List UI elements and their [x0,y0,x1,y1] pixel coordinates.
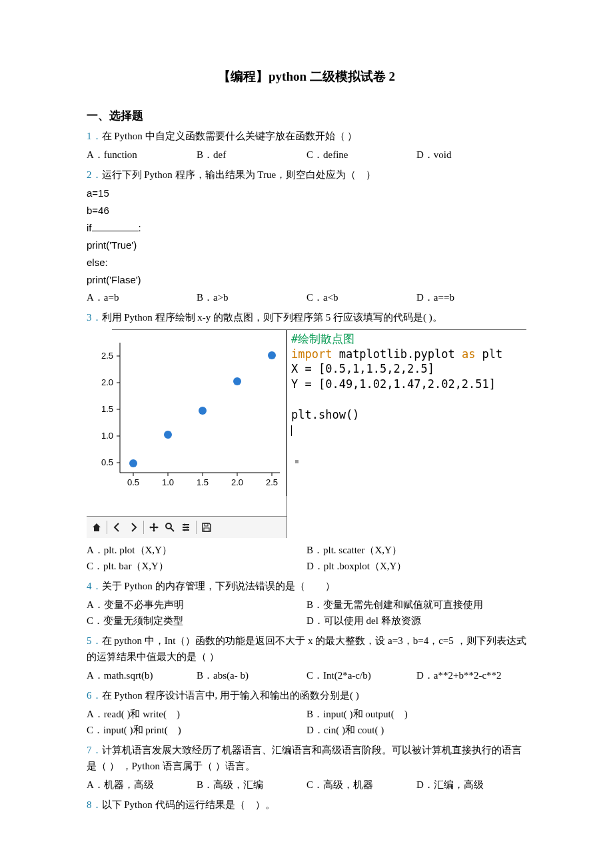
q7-text: 计算机语言发展大致经历了机器语言、汇编语言和高级语言阶段。可以被计算机直接执行的… [87,745,522,771]
page-title: 【编程】python 二级模拟试卷 2 [87,67,526,87]
q1-number: 1． [87,131,102,141]
q7-options: A．机器，高级 B．高级，汇编 C．高级，机器 D．汇编，高级 [87,777,526,793]
matplotlib-toolbar [87,516,287,538]
q1-opt-c: C．define [306,147,416,163]
q4-options: A．变量不必事先声明 B．变量无需先创建和赋值就可直接使用 C．变量无须制定类型… [87,597,526,629]
code-line-show: plt.show() [291,408,359,421]
svg-point-24 [199,407,207,415]
q3-opt-c: C．plt. bar（X,Y） [87,558,306,574]
configure-icon[interactable] [179,520,193,535]
svg-point-25 [233,377,241,385]
q5-opt-b: B．abs(a- b) [197,667,306,683]
question-5: 5．在 python 中，Int（）函数的功能是返回不大于 x 的最大整数，设 … [87,633,526,665]
toolbar-separator [143,521,144,534]
q1-opt-d: D．void [416,147,526,163]
q3-number: 3． [87,312,102,323]
svg-text:1.0: 1.0 [101,431,113,441]
code-panel: #绘制散点图 import matplotlib.pyplot as plt X… [287,329,526,538]
section-heading: 一、选择题 [87,107,526,125]
blank-fill [92,231,139,231]
toolbar-separator [196,521,197,534]
svg-point-32 [184,523,186,525]
q7-opt-d: D．汇编，高级 [416,777,526,793]
q2-code-colon: : [139,222,141,233]
save-icon[interactable] [199,520,214,535]
q5-opt-c: C．Int(2*a-c/b) [306,667,416,683]
back-icon[interactable] [110,520,125,535]
q2-code-line3: if: [87,220,526,236]
q1-opt-a: A．function [87,147,197,163]
q6-opt-a: A．read( )和 write( ) [87,706,306,722]
q2-opt-c: C．a<b [306,289,416,305]
q6-opt-b: B．input( )和 output( ) [306,706,526,722]
svg-text:1.0: 1.0 [162,477,174,487]
q5-text: 在 python 中，Int（）函数的功能是返回不大于 x 的最大整数，设 a=… [87,635,526,662]
q5-opt-a: A．math.sqrt(b) [87,667,197,683]
svg-point-22 [129,459,137,467]
svg-text:0.5: 0.5 [101,457,113,467]
q3-opt-b: B．plt. scatter（X,Y） [306,542,526,558]
svg-point-33 [187,526,189,528]
q6-options: A．read( )和 write( ) B．input( )和 output( … [87,706,526,738]
q2-number: 2． [87,169,102,180]
home-icon[interactable] [89,520,104,535]
q6-text: 在 Python 程序设计语言中, 用于输入和输出的函数分别是( ) [102,690,359,701]
svg-point-26 [268,351,276,359]
q4-opt-b: B．变量无需先创建和赋值就可直接使用 [306,597,526,613]
pan-icon[interactable] [147,520,161,535]
q2-code-line5: else: [87,255,526,271]
svg-point-23 [164,431,172,439]
q7-opt-b: B．高级，汇编 [197,777,306,793]
q8-number: 8． [87,799,102,810]
svg-text:1.5: 1.5 [101,404,113,414]
q6-opt-c: C．input( )和 print( ) [87,722,306,738]
q7-opt-c: C．高级，机器 [306,777,416,793]
marker-icon [295,460,299,463]
q2-code-line2: b=46 [87,203,526,219]
q3-text: 利用 Python 程序绘制 x-y 的散点图，则下列程序第 5 行应该填写的代… [102,312,442,323]
text-cursor-icon [291,425,292,436]
code-as-kw: as [462,347,475,361]
q4-opt-d: D．可以使用 del 释放资源 [306,613,526,629]
code-import-kw: import [291,347,332,361]
q8-text: 以下 Python 代码的运行结果是（ ）。 [102,799,275,810]
q2-code-if: if [87,222,92,233]
question-7: 7．计算机语言发展大致经历了机器语言、汇编语言和高级语言阶段。可以被计算机直接执… [87,742,526,774]
code-alias: plt [475,347,502,361]
q3-options: A．plt. plot（X,Y） B．plt. scatter（X,Y） C．p… [87,542,526,574]
document-page: 【编程】python 二级模拟试卷 2 一、选择题 1．在 Python 中自定… [0,0,613,868]
q2-code-line1: a=15 [87,185,526,201]
forward-icon[interactable] [126,520,141,535]
q1-options: A．function B．def C．define D．void [87,147,526,163]
question-4: 4．关于 Python 的内存管理，下列说法错误的是（ ） [87,578,526,594]
svg-text:2.5: 2.5 [101,351,113,361]
question-2: 2．运行下列 Python 程序，输出结果为 True，则空白处应为（ ） [87,167,526,183]
q6-opt-d: D．cin( )和 cout( ) [306,722,526,738]
question-8: 8．以下 Python 代码的运行结果是（ ）。 [87,797,526,813]
q3-opt-a: A．plt. plot（X,Y） [87,542,306,558]
svg-text:2.5: 2.5 [266,477,278,487]
q2-text: 运行下列 Python 程序，输出结果为 True，则空白处应为（ ） [102,169,376,180]
zoom-icon[interactable] [163,520,177,535]
toolbar-separator [107,521,107,534]
q4-number: 4． [87,581,102,591]
scatter-chart: 0.5 1.0 1.5 2.0 2.5 0.5 1.0 1.5 2.0 2.5 [87,329,287,516]
svg-text:1.5: 1.5 [197,477,209,487]
svg-point-34 [184,529,186,531]
question-1: 1．在 Python 中自定义函数需要什么关键字放在函数开始（ ） [87,128,526,144]
q1-text: 在 Python 中自定义函数需要什么关键字放在函数开始（ ） [102,131,358,141]
chart-container: 0.5 1.0 1.5 2.0 2.5 0.5 1.0 1.5 2.0 2.5 [87,329,287,538]
q2-options: A．a=b B．a>b C．a<b D．a==b [87,289,526,305]
svg-text:2.0: 2.0 [101,377,113,387]
q5-number: 5． [87,635,102,646]
q4-opt-c: C．变量无须制定类型 [87,613,306,629]
code-line-y: Y = [0.49,1.02,1.47,2.02,2.51] [291,377,496,391]
q3-figure-row: 0.5 1.0 1.5 2.0 2.5 0.5 1.0 1.5 2.0 2.5 [87,329,526,538]
q2-opt-b: B．a>b [197,289,306,305]
q4-opt-a: A．变量不必事先声明 [87,597,306,613]
svg-line-28 [171,528,174,531]
q7-opt-a: A．机器，高级 [87,777,197,793]
q7-number: 7． [87,745,102,755]
svg-text:0.5: 0.5 [127,477,139,487]
question-6: 6．在 Python 程序设计语言中, 用于输入和输出的函数分别是( ) [87,687,526,703]
